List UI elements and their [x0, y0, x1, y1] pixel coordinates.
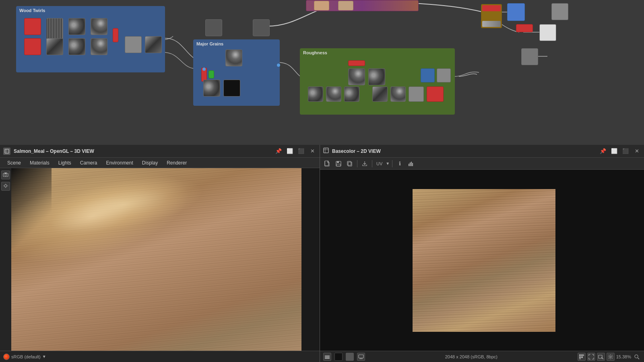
view-3d-panel: Salmon_Meal – OpenGL – 3D VIEW 📌 ⬜ ⬛ ✕ S…	[0, 145, 320, 362]
svg-rect-19	[409, 164, 409, 166]
zoom-level: 15.38%	[616, 354, 631, 359]
menu-camera[interactable]: Camera	[76, 159, 101, 167]
menu-scene[interactable]: Scene	[3, 159, 25, 167]
monitor-btn[interactable]	[357, 353, 365, 361]
rough-node-b2[interactable]	[326, 86, 341, 102]
rough-node-red-br[interactable]	[427, 86, 444, 102]
node-right-white[interactable]	[539, 24, 556, 41]
mg-node-2[interactable]	[203, 80, 220, 97]
rough-node-red[interactable]	[348, 60, 365, 66]
node-mixed-3[interactable]	[91, 38, 107, 55]
svg-rect-15	[337, 161, 339, 163]
node-group-wood-twirls: Wood Twirls	[16, 6, 165, 72]
texture-preview	[413, 189, 555, 332]
layer-btn[interactable]	[323, 353, 331, 361]
view-2d-content[interactable]	[320, 170, 644, 351]
node-solo-1[interactable]	[205, 19, 222, 36]
export-btn[interactable]	[360, 159, 369, 169]
node-gray-out2[interactable]	[145, 36, 162, 53]
node-right-red[interactable]	[516, 24, 533, 32]
svg-line-40	[638, 358, 640, 359]
node-top-tan[interactable]	[314, 1, 329, 10]
rough-node-2[interactable]	[368, 68, 385, 85]
node-solo-2[interactable]	[253, 19, 270, 36]
new-doc-btn[interactable]	[322, 159, 332, 169]
minimize-button-3d[interactable]: ⬜	[286, 147, 294, 155]
node-right-dark[interactable]	[521, 48, 538, 65]
svg-point-5	[4, 185, 7, 187]
view-2d-title: Basecolor – 2D VIEW	[332, 148, 596, 154]
camera-tool[interactable]	[1, 171, 10, 179]
svg-rect-21	[411, 162, 412, 166]
svg-rect-26	[359, 355, 363, 358]
mg-node-1[interactable]	[225, 49, 242, 66]
node-mixed-1[interactable]	[46, 38, 63, 55]
wood-viewport-view[interactable]	[11, 168, 301, 351]
mg-node-3[interactable]	[223, 80, 240, 97]
rough-node-b4[interactable]	[372, 86, 388, 102]
pin-button-3d[interactable]: 📌	[275, 147, 283, 155]
settings-btn[interactable]	[607, 353, 615, 361]
node-mixed-2[interactable]	[68, 38, 85, 55]
copy-btn[interactable]	[345, 159, 355, 169]
rough-node-b5[interactable]	[390, 86, 406, 102]
grid-view-btn[interactable]	[578, 353, 586, 361]
menu-renderer[interactable]: Renderer	[163, 159, 191, 167]
menu-materials[interactable]: Materials	[26, 159, 54, 167]
node-red-3[interactable]	[113, 28, 118, 42]
view-3d-icon	[3, 148, 10, 155]
color-dropdown-icon[interactable]: ▼	[42, 354, 46, 359]
color-mode-display[interactable]: sRGB (default) ▼	[3, 354, 46, 360]
view-2d-icon	[323, 148, 329, 154]
node-gray-out[interactable]	[125, 36, 142, 53]
minimize-button-2d[interactable]: ⬜	[610, 147, 618, 155]
rough-node-blue[interactable]	[421, 68, 435, 82]
maximize-button-3d[interactable]: ⬛	[297, 147, 305, 155]
close-button-3d[interactable]: ✕	[308, 147, 316, 155]
toolbar-sep-3	[392, 160, 392, 167]
svg-rect-35	[579, 358, 581, 359]
rough-node-b6[interactable]	[409, 86, 424, 102]
viewport-3d[interactable]	[0, 168, 320, 351]
node-top-tan2[interactable]	[338, 1, 353, 10]
node-graph[interactable]: Wood Twirls	[0, 0, 644, 145]
svg-rect-31	[581, 354, 583, 356]
svg-point-3	[5, 174, 7, 176]
fit-btn[interactable]	[587, 353, 595, 361]
rough-node-1[interactable]	[348, 68, 365, 85]
menu-display[interactable]: Display	[138, 159, 162, 167]
rough-node-gray-right[interactable]	[437, 68, 451, 82]
close-button-2d[interactable]: ✕	[633, 147, 641, 155]
node-red-2[interactable]	[24, 38, 41, 55]
info-btn[interactable]: ℹ	[395, 159, 405, 169]
node-red-1[interactable]	[24, 18, 41, 35]
black-fill-btn[interactable]	[334, 353, 343, 361]
node-right-1[interactable]	[507, 3, 525, 21]
mg-node-green[interactable]	[208, 70, 214, 78]
bottom-toolbar-right: 15.38%	[578, 353, 641, 361]
node-big-brown[interactable]	[481, 4, 502, 28]
save-btn[interactable]	[334, 159, 343, 169]
maximize-button-2d[interactable]: ⬛	[621, 147, 630, 155]
menu-environment[interactable]: Environment	[102, 159, 137, 167]
node-group-major-grains: Major Grains	[193, 39, 280, 106]
pin-button-2d[interactable]: 📌	[599, 147, 607, 155]
zoom-fit-btn[interactable]	[597, 353, 605, 361]
svg-rect-30	[579, 354, 581, 356]
light-tool[interactable]	[1, 182, 10, 191]
node-right-gray2[interactable]	[551, 3, 568, 20]
texture-display[interactable]	[376, 170, 592, 351]
menu-lights[interactable]: Lights	[54, 159, 75, 167]
rough-node-b3[interactable]	[344, 86, 359, 102]
svg-rect-22	[412, 163, 413, 166]
view-2d-header: Basecolor – 2D VIEW 📌 ⬜ ⬛ ✕	[320, 145, 644, 158]
zoom-icon[interactable]	[633, 353, 641, 361]
gray-fill-btn[interactable]	[346, 353, 354, 361]
rough-node-b1[interactable]	[308, 86, 323, 102]
node-noise-1[interactable]	[68, 18, 85, 35]
histogram-btn[interactable]	[406, 159, 416, 169]
info-icon: ℹ	[399, 160, 401, 167]
uv-dropdown[interactable]: ▼	[386, 161, 390, 166]
svg-rect-24	[325, 357, 330, 358]
node-noise-2[interactable]	[91, 18, 107, 35]
